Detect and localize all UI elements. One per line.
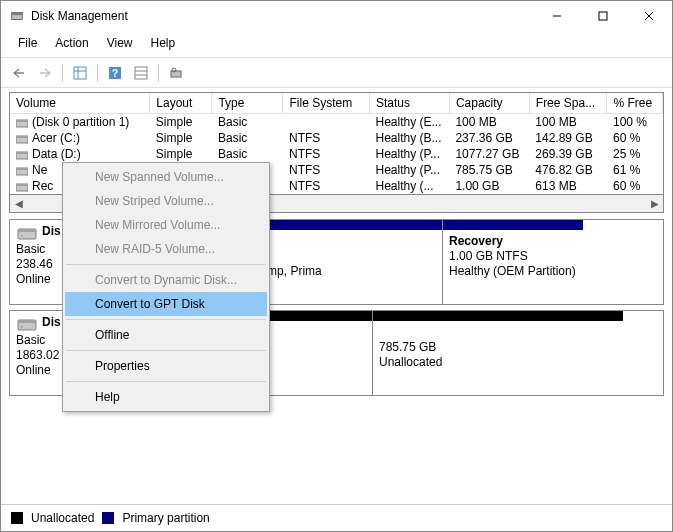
context-menu-separator	[66, 350, 266, 351]
toolbar: ?	[1, 58, 672, 88]
context-menu-item: New Spanned Volume...	[65, 165, 267, 189]
col-layout[interactable]: Layout	[150, 93, 212, 114]
svg-rect-1	[12, 13, 23, 16]
svg-rect-12	[135, 67, 147, 79]
partition[interactable]: 785.75 GBUnallocated	[373, 311, 623, 395]
context-menu-separator	[66, 381, 266, 382]
svg-point-2	[14, 17, 16, 19]
col-type[interactable]: Type	[212, 93, 283, 114]
col-free[interactable]: Free Spa...	[529, 93, 607, 114]
menu-action[interactable]: Action	[46, 33, 97, 53]
window-controls	[534, 1, 672, 31]
legend: Unallocated Primary partition	[1, 504, 672, 531]
col-capacity[interactable]: Capacity	[449, 93, 529, 114]
app-icon	[9, 8, 25, 24]
context-menu-item: Convert to Dynamic Disk...	[65, 268, 267, 292]
forward-button[interactable]	[33, 62, 57, 84]
legend-label-unallocated: Unallocated	[31, 511, 94, 525]
svg-rect-24	[16, 168, 28, 170]
menu-file[interactable]: File	[9, 33, 46, 53]
partition-info: 785.75 GBUnallocated	[373, 321, 623, 374]
context-menu-item[interactable]: Properties	[65, 354, 267, 378]
table-row[interactable]: Data (D:)SimpleBasicNTFSHealthy (P...107…	[10, 146, 663, 162]
help-icon[interactable]: ?	[103, 62, 127, 84]
close-button[interactable]	[626, 1, 672, 31]
menu-help[interactable]: Help	[142, 33, 185, 53]
toolbar-list-icon[interactable]	[129, 62, 153, 84]
col-pct[interactable]: % Free	[607, 93, 663, 114]
svg-rect-7	[74, 67, 86, 79]
toolbar-settings-icon[interactable]	[164, 62, 188, 84]
scroll-right-icon[interactable]: ▶	[646, 195, 663, 212]
col-fs[interactable]: File System	[283, 93, 370, 114]
svg-rect-22	[16, 152, 28, 154]
context-menu-separator	[66, 319, 266, 320]
partition[interactable]: Recovery1.00 GB NTFSHealthy (OEM Partiti…	[443, 220, 583, 304]
menu-view[interactable]: View	[98, 33, 142, 53]
back-button[interactable]	[7, 62, 31, 84]
minimize-button[interactable]	[534, 1, 580, 31]
svg-rect-20	[16, 136, 28, 138]
legend-swatch-primary	[102, 512, 114, 524]
table-row[interactable]: (Disk 0 partition 1)SimpleBasicHealthy (…	[10, 114, 663, 131]
col-status[interactable]: Status	[370, 93, 450, 114]
menubar: File Action View Help	[1, 31, 672, 58]
svg-rect-4	[599, 12, 607, 20]
titlebar: Disk Management	[1, 1, 672, 31]
partition-stripe	[373, 311, 623, 321]
svg-text:?: ?	[112, 68, 118, 79]
maximize-button[interactable]	[580, 1, 626, 31]
context-menu-item: New RAID-5 Volume...	[65, 237, 267, 261]
partition-info: Recovery1.00 GB NTFSHealthy (OEM Partiti…	[443, 230, 583, 283]
svg-rect-28	[18, 229, 36, 232]
svg-rect-18	[16, 120, 28, 122]
column-headers[interactable]: Volume Layout Type File System Status Ca…	[10, 93, 663, 114]
scroll-left-icon[interactable]: ◀	[10, 195, 27, 212]
context-menu-item[interactable]: Help	[65, 385, 267, 409]
window-title: Disk Management	[31, 9, 534, 23]
context-menu-item[interactable]: Offline	[65, 323, 267, 347]
context-menu-item[interactable]: Convert to GPT Disk	[65, 292, 267, 316]
svg-point-32	[21, 326, 23, 328]
toolbar-view-icon[interactable]	[68, 62, 92, 84]
context-menu-item: New Striped Volume...	[65, 189, 267, 213]
svg-rect-31	[18, 320, 36, 323]
table-row[interactable]: Acer (C:)SimpleBasicNTFSHealthy (B...237…	[10, 130, 663, 146]
legend-swatch-unallocated	[11, 512, 23, 524]
context-menu[interactable]: New Spanned Volume...New Striped Volume.…	[62, 162, 270, 412]
legend-label-primary: Primary partition	[122, 511, 209, 525]
svg-point-29	[21, 235, 23, 237]
svg-rect-26	[16, 184, 28, 186]
col-volume[interactable]: Volume	[10, 93, 150, 114]
context-menu-item: New Mirrored Volume...	[65, 213, 267, 237]
partition-stripe	[443, 220, 583, 230]
context-menu-separator	[66, 264, 266, 265]
